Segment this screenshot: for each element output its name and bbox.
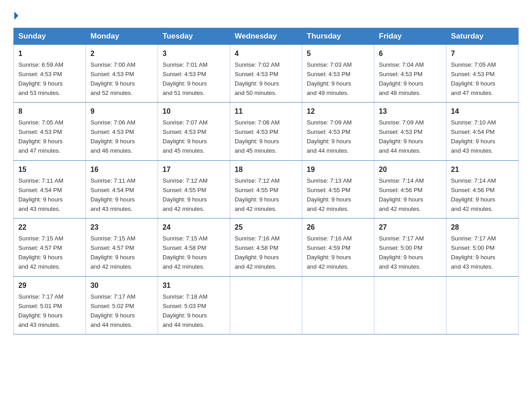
day-number: 9 (90, 106, 153, 117)
calendar-cell (374, 276, 446, 334)
day-number: 5 (307, 48, 369, 60)
day-info: Sunrise: 7:12 AMSunset: 4:55 PMDaylight:… (163, 177, 207, 212)
calendar-cell: 15 Sunrise: 7:11 AMSunset: 4:54 PMDaylig… (14, 160, 86, 218)
calendar-cell: 25 Sunrise: 7:16 AMSunset: 4:58 PMDaylig… (230, 218, 302, 276)
day-number: 18 (235, 164, 297, 176)
day-info: Sunrise: 7:14 AMSunset: 4:56 PMDaylight:… (379, 177, 424, 212)
calendar-table: SundayMondayTuesdayWednesdayThursdayFrid… (13, 28, 519, 334)
day-number: 7 (451, 48, 514, 60)
calendar-cell: 20 Sunrise: 7:14 AMSunset: 4:56 PMDaylig… (374, 160, 446, 218)
calendar-cell: 11 Sunrise: 7:08 AMSunset: 4:53 PMDaylig… (230, 103, 302, 160)
day-number: 19 (307, 164, 369, 176)
day-info: Sunrise: 7:00 AMSunset: 4:53 PMDaylight:… (90, 61, 135, 96)
calendar-cell: 12 Sunrise: 7:09 AMSunset: 4:53 PMDaylig… (302, 103, 374, 160)
calendar-cell: 6 Sunrise: 7:04 AMSunset: 4:53 PMDayligh… (374, 45, 446, 103)
weekday-header-thursday: Thursday (302, 28, 374, 45)
calendar-cell: 1 Sunrise: 6:59 AMSunset: 4:53 PMDayligh… (14, 45, 86, 103)
day-info: Sunrise: 7:15 AMSunset: 4:57 PMDaylight:… (18, 235, 63, 270)
day-number: 12 (307, 106, 369, 117)
calendar-cell: 8 Sunrise: 7:05 AMSunset: 4:53 PMDayligh… (14, 103, 86, 160)
day-info: Sunrise: 7:03 AMSunset: 4:53 PMDaylight:… (307, 61, 352, 96)
day-number: 1 (18, 48, 81, 60)
day-info: Sunrise: 7:17 AMSunset: 5:02 PMDaylight:… (90, 293, 135, 328)
day-info: Sunrise: 7:11 AMSunset: 4:54 PMDaylight:… (18, 177, 63, 212)
day-info: Sunrise: 7:16 AMSunset: 4:58 PMDaylight:… (235, 235, 279, 270)
calendar-cell: 18 Sunrise: 7:12 AMSunset: 4:55 PMDaylig… (230, 160, 302, 218)
calendar-cell: 3 Sunrise: 7:01 AMSunset: 4:53 PMDayligh… (158, 45, 230, 103)
calendar-cell: 14 Sunrise: 7:10 AMSunset: 4:54 PMDaylig… (446, 103, 519, 160)
calendar-cell: 16 Sunrise: 7:11 AMSunset: 4:54 PMDaylig… (86, 160, 158, 218)
day-number: 20 (379, 164, 442, 176)
calendar-cell: 17 Sunrise: 7:12 AMSunset: 4:55 PMDaylig… (158, 160, 230, 218)
calendar-cell: 24 Sunrise: 7:15 AMSunset: 4:58 PMDaylig… (158, 218, 230, 276)
day-info: Sunrise: 7:14 AMSunset: 4:56 PMDaylight:… (451, 177, 496, 212)
weekday-header-tuesday: Tuesday (158, 28, 230, 45)
day-info: Sunrise: 7:12 AMSunset: 4:55 PMDaylight:… (235, 177, 279, 212)
calendar-cell (302, 276, 374, 334)
weekday-header-monday: Monday (86, 28, 158, 45)
day-info: Sunrise: 6:59 AMSunset: 4:53 PMDaylight:… (18, 61, 63, 96)
day-info: Sunrise: 7:10 AMSunset: 4:54 PMDaylight:… (451, 119, 496, 154)
calendar-cell: 5 Sunrise: 7:03 AMSunset: 4:53 PMDayligh… (302, 45, 374, 103)
calendar-cell: 26 Sunrise: 7:16 AMSunset: 4:59 PMDaylig… (302, 218, 374, 276)
day-info: Sunrise: 7:16 AMSunset: 4:59 PMDaylight:… (307, 235, 352, 270)
calendar-cell: 22 Sunrise: 7:15 AMSunset: 4:57 PMDaylig… (14, 218, 86, 276)
day-info: Sunrise: 7:05 AMSunset: 4:53 PMDaylight:… (451, 61, 496, 96)
calendar-cell: 10 Sunrise: 7:07 AMSunset: 4:53 PMDaylig… (158, 103, 230, 160)
day-number: 29 (18, 280, 81, 291)
calendar-week-row: 15 Sunrise: 7:11 AMSunset: 4:54 PMDaylig… (14, 160, 519, 218)
day-info: Sunrise: 7:04 AMSunset: 4:53 PMDaylight:… (379, 61, 424, 96)
weekday-header-sunday: Sunday (14, 28, 86, 45)
day-info: Sunrise: 7:15 AMSunset: 4:58 PMDaylight:… (163, 235, 207, 270)
day-info: Sunrise: 7:17 AMSunset: 5:01 PMDaylight:… (18, 293, 63, 328)
calendar-cell: 7 Sunrise: 7:05 AMSunset: 4:53 PMDayligh… (446, 45, 519, 103)
day-number: 31 (163, 280, 225, 291)
day-number: 11 (235, 106, 297, 117)
calendar-cell (446, 276, 519, 334)
calendar-cell: 30 Sunrise: 7:17 AMSunset: 5:02 PMDaylig… (86, 276, 158, 334)
calendar-week-row: 22 Sunrise: 7:15 AMSunset: 4:57 PMDaylig… (14, 218, 519, 276)
day-number: 23 (90, 222, 153, 233)
calendar-week-row: 29 Sunrise: 7:17 AMSunset: 5:01 PMDaylig… (14, 276, 519, 334)
day-number: 6 (379, 48, 442, 60)
calendar-cell: 2 Sunrise: 7:00 AMSunset: 4:53 PMDayligh… (86, 45, 158, 103)
calendar-cell: 9 Sunrise: 7:06 AMSunset: 4:53 PMDayligh… (86, 103, 158, 160)
day-number: 28 (451, 222, 514, 233)
day-info: Sunrise: 7:17 AMSunset: 5:00 PMDaylight:… (379, 235, 424, 270)
weekday-header-saturday: Saturday (446, 28, 519, 45)
day-number: 30 (90, 280, 153, 291)
day-number: 8 (18, 106, 81, 117)
calendar-cell (230, 276, 302, 334)
day-number: 21 (451, 164, 514, 176)
logo-arrow-icon (14, 12, 18, 20)
day-info: Sunrise: 7:09 AMSunset: 4:53 PMDaylight:… (379, 119, 424, 154)
calendar-cell: 21 Sunrise: 7:14 AMSunset: 4:56 PMDaylig… (446, 160, 519, 218)
calendar-cell: 4 Sunrise: 7:02 AMSunset: 4:53 PMDayligh… (230, 45, 302, 103)
day-number: 16 (90, 164, 153, 176)
day-number: 17 (163, 164, 225, 176)
weekday-header-friday: Friday (374, 28, 446, 45)
weekday-header-wednesday: Wednesday (230, 28, 302, 45)
day-info: Sunrise: 7:18 AMSunset: 5:03 PMDaylight:… (163, 293, 207, 328)
day-info: Sunrise: 7:05 AMSunset: 4:53 PMDaylight:… (18, 119, 63, 154)
weekday-header-row: SundayMondayTuesdayWednesdayThursdayFrid… (14, 28, 519, 45)
day-number: 13 (379, 106, 442, 117)
calendar-cell: 31 Sunrise: 7:18 AMSunset: 5:03 PMDaylig… (158, 276, 230, 334)
day-number: 24 (163, 222, 225, 233)
day-info: Sunrise: 7:09 AMSunset: 4:53 PMDaylight:… (307, 119, 352, 154)
day-number: 2 (90, 48, 153, 60)
day-number: 25 (235, 222, 297, 233)
calendar-cell: 23 Sunrise: 7:15 AMSunset: 4:57 PMDaylig… (86, 218, 158, 276)
day-info: Sunrise: 7:02 AMSunset: 4:53 PMDaylight:… (235, 61, 279, 96)
day-number: 10 (163, 106, 225, 117)
day-number: 22 (18, 222, 81, 233)
calendar-week-row: 1 Sunrise: 6:59 AMSunset: 4:53 PMDayligh… (14, 45, 519, 103)
calendar-week-row: 8 Sunrise: 7:05 AMSunset: 4:53 PMDayligh… (14, 103, 519, 160)
calendar-cell: 19 Sunrise: 7:13 AMSunset: 4:55 PMDaylig… (302, 160, 374, 218)
page-header (13, 9, 519, 20)
day-info: Sunrise: 7:08 AMSunset: 4:53 PMDaylight:… (235, 119, 279, 154)
logo (13, 12, 18, 20)
day-number: 15 (18, 164, 81, 176)
day-info: Sunrise: 7:15 AMSunset: 4:57 PMDaylight:… (90, 235, 135, 270)
day-number: 4 (235, 48, 297, 60)
